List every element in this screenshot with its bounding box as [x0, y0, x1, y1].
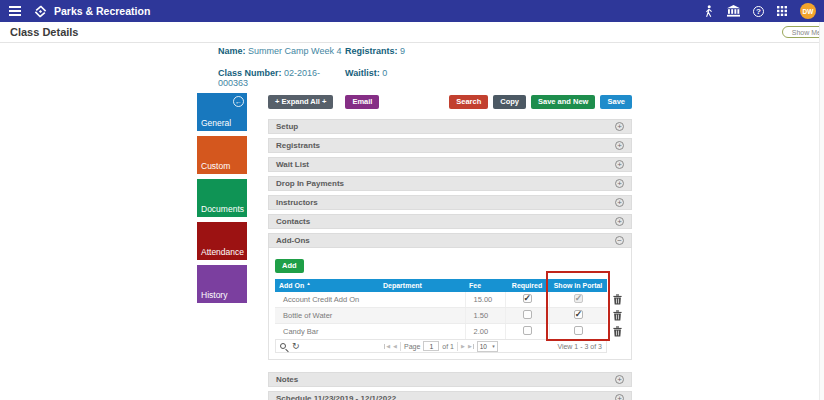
brand-logo-icon — [34, 5, 47, 18]
department-cell — [379, 308, 465, 324]
expand-plus-icon[interactable]: + — [615, 217, 624, 226]
chevron-down-icon: ▾ — [492, 343, 495, 349]
expand-plus-icon[interactable]: + — [615, 141, 624, 150]
delete-trash-icon[interactable] — [611, 308, 624, 324]
row-actions-column — [611, 292, 624, 340]
add-addon-button[interactable]: Add — [275, 259, 304, 273]
view-status: View 1 - 3 of 3 — [557, 343, 602, 350]
delete-trash-icon[interactable] — [611, 292, 624, 308]
addon-name-cell: Account Credit Add On — [275, 292, 379, 308]
show-in-portal-checkbox — [574, 294, 583, 303]
add-ons-panel: Add Add On ▲ Department Fee Required Sho… — [268, 248, 632, 360]
user-avatar[interactable]: DW — [800, 3, 816, 19]
facilities-bank-icon[interactable] — [727, 5, 740, 17]
vertical-scrollbar[interactable] — [819, 22, 824, 400]
show-in-portal-checkbox[interactable] — [574, 326, 583, 335]
fee-cell: 15.00 — [465, 292, 505, 308]
toolbar: + Expand All + Email Search Copy Save an… — [268, 95, 632, 109]
fee-cell: 2.00 — [465, 324, 505, 340]
section-instructors[interactable]: Instructors + — [268, 195, 632, 210]
expand-plus-icon[interactable]: + — [615, 198, 624, 207]
expand-all-button[interactable]: + Expand All + — [268, 95, 333, 109]
page-number-input[interactable] — [423, 341, 439, 351]
table-footer: ↻ ◀ ◀ Page of 1 ▶ ▶ 10 ▾ View 1 - 3 of 3 — [275, 339, 607, 353]
table-header-row: Add On ▲ Department Fee Required Show in… — [275, 279, 607, 292]
back-arrow-icon[interactable]: ← — [233, 96, 244, 107]
pagination: ◀ ◀ Page of 1 ▶ ▶ 10 ▾ — [366, 341, 516, 352]
column-header-add-on[interactable]: Add On ▲ — [275, 279, 379, 292]
waitlist-field: Waitlist: 0 — [345, 68, 387, 88]
prev-page-icon[interactable]: ◀ — [393, 344, 397, 349]
tab-general[interactable]: ← General — [197, 93, 247, 131]
registrants-field: Registrants: 9 — [345, 46, 405, 56]
expand-plus-icon[interactable]: + — [615, 375, 624, 384]
section-setup[interactable]: Setup + — [268, 119, 632, 134]
show-me-button[interactable]: Show Me — [782, 26, 824, 38]
table-row: Candy Bar 2.00 — [275, 324, 607, 340]
sidebar-tiles: ← General Custom Documents Attendance Hi… — [197, 93, 247, 308]
department-cell — [379, 324, 465, 340]
class-number-field: Class Number: 02-2016-000363 — [218, 68, 345, 88]
save-and-new-button[interactable]: Save and New — [531, 95, 595, 109]
column-header-show-in-portal[interactable]: Show in Portal — [549, 279, 607, 292]
hamburger-menu-icon[interactable] — [9, 6, 21, 16]
tab-custom[interactable]: Custom — [197, 136, 247, 174]
app-title: Parks & Recreation — [54, 5, 150, 17]
sort-asc-icon: ▲ — [306, 281, 310, 286]
expand-plus-icon[interactable]: + — [615, 122, 624, 131]
addon-name-cell: Candy Bar — [275, 324, 379, 340]
addon-name-cell: Bottle of Water — [275, 308, 379, 324]
class-info: Name: Summer Camp Week 4 Registrants: 9 … — [218, 46, 405, 100]
expand-plus-icon[interactable]: + — [615, 394, 624, 400]
top-navbar: Parks & Recreation ? — [0, 0, 824, 22]
section-drop-in-payments[interactable]: Drop In Payments + — [268, 176, 632, 191]
section-registrants[interactable]: Registrants + — [268, 138, 632, 153]
section-add-ons[interactable]: Add-Ons − — [268, 233, 632, 248]
main-panel: + Expand All + Email Search Copy Save an… — [268, 95, 632, 400]
copy-button[interactable]: Copy — [493, 95, 526, 109]
department-cell — [379, 292, 465, 308]
save-button[interactable]: Save — [600, 95, 632, 109]
required-checkbox[interactable] — [523, 310, 532, 319]
column-header-department[interactable]: Department — [379, 279, 465, 292]
table-row: Account Credit Add On 15.00 — [275, 292, 607, 308]
email-button[interactable]: Email — [345, 95, 379, 109]
section-contacts[interactable]: Contacts + — [268, 214, 632, 229]
tab-history[interactable]: History — [197, 265, 247, 303]
required-checkbox[interactable] — [523, 326, 532, 335]
collapse-minus-icon[interactable]: − — [615, 236, 624, 245]
tab-documents[interactable]: Documents — [197, 179, 247, 217]
column-header-fee[interactable]: Fee — [465, 279, 505, 292]
page-title-bar: Class Details — [0, 22, 824, 43]
page-title: Class Details — [10, 26, 78, 38]
apps-grid-icon[interactable] — [777, 6, 787, 16]
page-size-select[interactable]: 10 ▾ — [477, 341, 498, 352]
column-header-required[interactable]: Required — [505, 279, 549, 292]
search-grid-icon[interactable] — [280, 343, 286, 349]
expand-plus-icon[interactable]: + — [615, 160, 624, 169]
help-icon[interactable]: ? — [753, 6, 764, 17]
search-button[interactable]: Search — [449, 95, 488, 109]
expand-plus-icon[interactable]: + — [615, 179, 624, 188]
section-notes[interactable]: Notes + — [268, 372, 632, 387]
refresh-icon[interactable]: ↻ — [292, 342, 300, 351]
table-row: Bottle of Water 1.50 — [275, 308, 607, 324]
fee-cell: 1.50 — [465, 308, 505, 324]
show-in-portal-checkbox[interactable] — [574, 310, 583, 319]
activities-person-icon[interactable] — [704, 5, 714, 18]
first-page-icon[interactable]: ◀ — [384, 344, 390, 349]
delete-trash-icon[interactable] — [611, 324, 624, 340]
add-ons-table: Add On ▲ Department Fee Required Show in… — [275, 279, 607, 341]
section-wait-list[interactable]: Wait List + — [268, 157, 632, 172]
next-page-icon[interactable]: ▶ — [461, 344, 465, 349]
required-checkbox[interactable] — [523, 294, 532, 303]
name-field: Name: Summer Camp Week 4 — [218, 46, 345, 56]
last-page-icon[interactable]: ▶ — [468, 344, 474, 349]
tab-attendance[interactable]: Attendance — [197, 222, 247, 260]
section-schedule[interactable]: Schedule 11/23/2019 - 12/1/2022 + — [268, 391, 632, 400]
